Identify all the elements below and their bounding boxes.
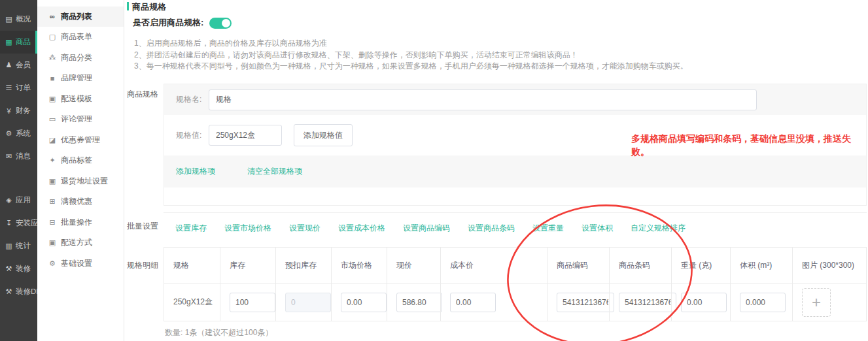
submenu-item-goods-tags[interactable]: ✦商品标签 — [37, 150, 124, 171]
weight-input[interactable] — [681, 293, 727, 312]
decorate-diy-icon: ⚒ — [5, 287, 13, 296]
sidebar-item-label: 财务 — [16, 106, 31, 116]
spec-value-label: 规格值: — [176, 130, 209, 141]
submenu-item-brand-management[interactable]: ■品牌管理 — [37, 68, 124, 89]
submenu-item-goods-category[interactable]: ⁂商品分类 — [37, 48, 124, 69]
submenu-item-batch-operations[interactable]: ⊟批量操作 — [37, 212, 124, 233]
batch-link-set-goods-code[interactable]: 设置商品编码 — [403, 223, 450, 234]
batch-link-set-cost-price[interactable]: 设置成本价格 — [338, 223, 385, 234]
spec-detail-table: 规格 库存 预扣库存 市场价格 现价 成本价 商品编码 商品条码 重量 (克) … — [164, 247, 867, 321]
sidebar-item-label: 安装应用 — [16, 218, 37, 228]
submenu-item-goods-list[interactable]: ∞商品列表 — [37, 7, 124, 27]
message-icon: ✉ — [5, 152, 13, 161]
batch-link-custom-spec-sort[interactable]: 自定义规格排序 — [631, 223, 686, 234]
header-market-price: 市场价格 — [331, 248, 387, 283]
spec-enable-toggle[interactable] — [209, 18, 232, 29]
header-volume: 体积 (m³) — [730, 248, 792, 283]
submenu-item-full-discount[interactable]: ⊞满额优惠 — [37, 191, 124, 212]
sidebar-item-install-apps[interactable]: ↧安装应用 — [0, 212, 37, 235]
sidebar-item-apps[interactable]: ◈应用 — [0, 189, 37, 212]
sidebar-item-overview[interactable]: ▤概况 — [0, 8, 37, 31]
add-spec-value-button[interactable]: 添加规格值 — [294, 124, 353, 146]
image-upload-button[interactable]: + — [802, 288, 831, 317]
batch-link-set-stock[interactable]: 设置库存 — [175, 223, 207, 234]
submenu-item-comment-management[interactable]: ▭评论管理 — [37, 109, 124, 130]
submenu-item-label: 商品标签 — [61, 155, 92, 166]
market-price-input[interactable] — [341, 293, 387, 312]
sidebar-item-label: 装修DIY — [16, 287, 37, 297]
batch-link-set-weight[interactable]: 设置重量 — [532, 223, 564, 234]
add-spec-item-link[interactable]: 添加规格项 — [176, 166, 215, 177]
delivery-method-icon: ▣ — [48, 238, 56, 247]
sidebar-item-messages[interactable]: ✉消息 — [0, 145, 37, 168]
delivery-template-icon: ▣ — [48, 95, 56, 103]
sidebar-item-orders[interactable]: ☰订单 — [0, 76, 37, 99]
statistics-icon: ▥ — [5, 242, 13, 250]
header-cost-price: 成本价 — [440, 248, 547, 283]
spec-links-row: 添加规格项 清空全部规格项 — [164, 155, 866, 187]
batch-link-set-price[interactable]: 设置现价 — [289, 223, 321, 234]
submenu-item-return-address[interactable]: ▣退货地址设置 — [37, 171, 124, 192]
submenu-item-delivery-template[interactable]: ▣配送模板 — [37, 89, 124, 110]
header-spec: 规格 — [164, 248, 220, 283]
sidebar-item-label: 概况 — [16, 14, 31, 24]
plus-icon: + — [812, 293, 821, 312]
submenu-item-label: 商品表单 — [61, 31, 92, 42]
submenu-item-basic-settings[interactable]: ⚙基础设置 — [37, 253, 124, 274]
detail-section-label: 规格明细 — [127, 260, 158, 271]
submenu-item-delivery-method[interactable]: ▣配送方式 — [37, 233, 124, 253]
sidebar-item-goods[interactable]: ▦商品 — [0, 31, 37, 54]
brand-icon: ■ — [48, 74, 56, 82]
batch-link-set-goods-barcode[interactable]: 设置商品条码 — [468, 223, 515, 234]
submenu-item-label: 发布商品 — [61, 0, 92, 1]
volume-input[interactable] — [740, 293, 786, 312]
spec-notes: 1、启用商品规格后，商品的价格及库存以商品规格为准 2、拼团活动创建后的商品，请… — [134, 38, 688, 73]
submenu-item-label: 商品列表 — [61, 11, 92, 22]
submenu-item-label: 配送方式 — [61, 237, 92, 248]
batch-link-set-volume[interactable]: 设置体积 — [582, 223, 613, 234]
spec-enable-row: 是否启用商品规格: — [133, 17, 232, 29]
cost-price-input[interactable] — [450, 293, 496, 312]
spec-section-label: 商品规格 — [127, 89, 158, 100]
sidebar-item-label: 订单 — [16, 83, 31, 93]
spec-name-input[interactable] — [209, 89, 757, 110]
sidebar-item-finance[interactable]: ¥财务 — [0, 99, 37, 122]
sidebar-item-statistics[interactable]: ▥统计 — [0, 235, 37, 257]
system-gear-icon: ⚙ — [5, 129, 13, 138]
table-header-row: 规格 库存 预扣库存 市场价格 现价 成本价 商品编码 商品条码 重量 (克) … — [164, 248, 866, 283]
submenu-item-publish-goods[interactable]: ∞发布商品 — [37, 0, 124, 7]
header-image: 图片 (300*300) — [792, 248, 866, 283]
submenu-item-coupon-management[interactable]: ◪优惠券管理 — [37, 130, 124, 151]
goods-barcode-input[interactable] — [619, 293, 676, 312]
goods-icon: ▦ — [5, 38, 13, 46]
red-annotation-text: 多规格商品填写编码和条码，基础信息里没填，推送失败。 — [631, 132, 859, 159]
goods-submenu-list: ∞发布商品 ∞商品列表 ▢商品表单 ⁂商品分类 ■品牌管理 ▣配送模板 ▭评论管… — [37, 0, 124, 274]
goods-code-input[interactable] — [557, 293, 614, 312]
sidebar-item-decorate-diy[interactable]: ⚒装修DIY — [0, 280, 37, 303]
submenu-item-label: 批量操作 — [61, 217, 92, 228]
sidebar-item-label: 商品 — [16, 37, 31, 47]
comment-icon: ▭ — [48, 115, 56, 123]
batch-link-set-market-price[interactable]: 设置市场价格 — [224, 223, 271, 234]
spec-value-input[interactable] — [209, 125, 282, 146]
sidebar-item-decorate[interactable]: ⚒装修 — [0, 257, 37, 280]
spec-name-row: 规格名: — [164, 84, 866, 115]
header-goods-barcode: 商品条码 — [609, 248, 671, 283]
sidebar-group-spacer — [0, 168, 37, 189]
members-icon: ♟ — [5, 61, 13, 69]
sidebar-item-label: 应用 — [16, 195, 31, 205]
sidebar-item-system[interactable]: ⚙系统 — [0, 122, 37, 145]
sidebar-item-members[interactable]: ♟会员 — [0, 54, 37, 76]
stock-input[interactable] — [230, 293, 275, 312]
goods-form-icon: ▢ — [48, 33, 56, 41]
batch-icon: ⊟ — [48, 218, 56, 227]
install-icon: ↧ — [5, 219, 13, 227]
page-title: 商品规格 — [127, 1, 166, 13]
goods-list-icon: ∞ — [48, 12, 56, 20]
header-stock: 库存 — [220, 248, 275, 283]
sidebar-item-label: 系统 — [16, 129, 31, 138]
clear-all-spec-link[interactable]: 清空全部规格项 — [247, 166, 302, 177]
header-goods-code: 商品编码 — [547, 248, 609, 283]
price-input[interactable] — [396, 293, 442, 312]
submenu-item-goods-form[interactable]: ▢商品表单 — [37, 27, 124, 48]
